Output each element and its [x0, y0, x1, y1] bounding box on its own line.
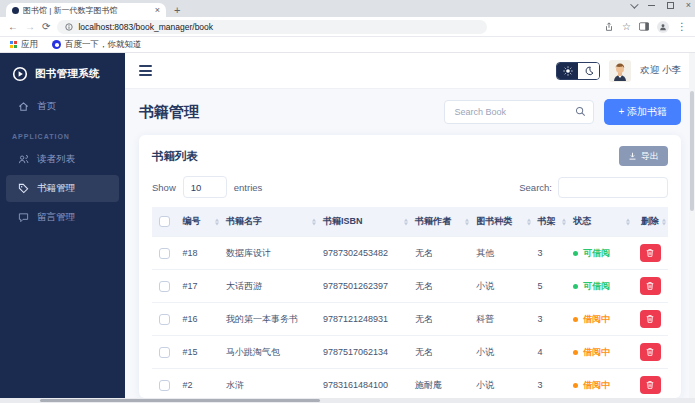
bookmark-baidu[interactable]: 百度一下，你就知道 [52, 39, 142, 51]
dark-mode-button[interactable] [578, 63, 599, 79]
search-book-wrap [444, 100, 594, 124]
column-header[interactable]: 书籍ISBN [318, 207, 410, 237]
bookmark-apps[interactable]: 应用 [10, 39, 38, 51]
row-checkbox[interactable] [159, 347, 170, 358]
horizontal-scrollbar-thumb[interactable] [40, 399, 320, 402]
browser-tab[interactable]: 图书馆 | 新一代数字图书馆 × [6, 3, 166, 17]
status-badge: 可借阅 [573, 247, 610, 260]
cell-book-name: 我的第一本事务书 [221, 303, 318, 336]
sidebar-item-home[interactable]: 首页 [6, 93, 119, 120]
search-icon[interactable] [575, 106, 586, 117]
vertical-scrollbar[interactable] [689, 53, 695, 398]
sidebar-item-readers[interactable]: 读者列表 [6, 146, 119, 173]
share-icon[interactable] [604, 22, 614, 32]
sort-icon[interactable] [562, 218, 566, 225]
baidu-favicon-icon [52, 40, 61, 49]
cell-book-isbn: 9783161484100 [318, 369, 410, 399]
sort-icon[interactable] [404, 218, 408, 225]
sort-icon[interactable] [312, 218, 316, 225]
page-size-value: 10 [191, 182, 202, 193]
delete-button[interactable] [640, 376, 661, 394]
light-mode-button[interactable] [557, 63, 578, 79]
search-book-input[interactable] [444, 100, 594, 124]
row-checkbox[interactable] [159, 281, 170, 292]
cell-book-author: 无名 [410, 270, 471, 303]
add-book-button[interactable]: + 添加书籍 [604, 99, 681, 125]
row-checkbox[interactable] [159, 380, 170, 391]
sidebar-item-books[interactable]: 书籍管理 [6, 175, 119, 202]
sort-icon[interactable] [626, 218, 630, 225]
vertical-scrollbar-thumb[interactable] [690, 91, 694, 211]
cell-book-shelf: 5 [533, 270, 569, 303]
users-icon [18, 154, 29, 165]
column-header[interactable]: 编号 [178, 207, 221, 237]
tab-close-icon[interactable]: × [155, 6, 160, 15]
row-check-cell [152, 237, 178, 270]
menu-toggle-icon[interactable] [139, 65, 152, 76]
browser-toolbar: ← → ⟳ localhost:8083/book_manager/book ☆… [0, 17, 695, 37]
cell-book-shelf: 3 [533, 369, 569, 399]
sort-icon[interactable] [527, 218, 531, 225]
column-header[interactable]: 图书种类 [471, 207, 532, 237]
sort-icon[interactable] [215, 218, 219, 225]
column-header[interactable]: 书籍作者 [410, 207, 471, 237]
url-text: localhost:8083/book_manager/book [78, 22, 213, 32]
table-search-label: Search: [519, 182, 552, 193]
cell-book-author: 施耐庵 [410, 369, 471, 399]
row-checkbox[interactable] [159, 314, 170, 325]
brand: 图书管理系统 [0, 53, 125, 92]
side-panel-icon[interactable] [639, 22, 649, 31]
sort-icon[interactable] [465, 218, 469, 225]
status-label: 借阅中 [583, 313, 610, 326]
window-minimize-button[interactable] [648, 5, 655, 6]
cell-book-isbn: 9787501262397 [318, 270, 410, 303]
delete-button[interactable] [640, 244, 661, 262]
tag-icon [18, 183, 29, 194]
new-tab-button[interactable]: + [174, 3, 180, 17]
row-checkbox[interactable] [159, 248, 170, 259]
delete-button[interactable] [640, 277, 661, 295]
delete-button[interactable] [640, 310, 661, 328]
profile-avatar-icon[interactable] [657, 21, 669, 33]
column-header-label: 书籍ISBN [323, 216, 363, 226]
window-maximize-button[interactable] [667, 2, 674, 9]
column-header-label: 删除 [641, 216, 659, 226]
column-header[interactable]: 书籍名字 [221, 207, 318, 237]
user-avatar[interactable] [609, 60, 631, 82]
forward-icon[interactable]: → [25, 22, 35, 32]
cell-book-category: 科普 [471, 303, 532, 336]
table-header-row: 编号书籍名字书籍ISBN书籍作者图书种类书架状态删除 [152, 207, 668, 237]
column-header[interactable]: 状态 [568, 207, 632, 237]
export-button[interactable]: 导出 [619, 146, 668, 166]
window-close-button[interactable]: × [686, 1, 691, 10]
cell-book-name: 马小跳淘气包 [221, 336, 318, 369]
status-label: 可借阅 [583, 247, 610, 260]
site-info-icon[interactable] [65, 23, 73, 31]
export-label: 导出 [641, 150, 659, 163]
status-dot-icon [573, 251, 578, 256]
table-row: #2 水浒 9783161484100 施耐庵 小说 3 借阅中 [152, 369, 668, 399]
select-all-checkbox[interactable] [159, 216, 170, 227]
page-size-select[interactable]: 10 [183, 176, 227, 198]
reload-icon[interactable]: ⟳ [42, 22, 50, 32]
cell-book-id: #17 [178, 270, 221, 303]
theme-toggle [556, 62, 600, 80]
back-icon[interactable]: ← [8, 22, 18, 32]
cell-book-name: 大话西游 [221, 270, 318, 303]
column-header-label: 书籍名字 [226, 216, 262, 226]
browser-menu-icon[interactable]: ⋮ [677, 22, 687, 32]
column-header[interactable]: 删除 [632, 207, 668, 237]
cell-book-category: 小说 [471, 270, 532, 303]
sort-icon[interactable] [662, 218, 666, 225]
cell-delete [632, 237, 668, 270]
bookmark-star-icon[interactable]: ☆ [622, 22, 631, 32]
app-topbar: 欢迎 小李 [125, 53, 695, 89]
column-header[interactable]: 书架 [533, 207, 569, 237]
sidebar-item-messages[interactable]: 留言管理 [6, 204, 119, 231]
delete-button[interactable] [640, 343, 661, 361]
horizontal-scrollbar[interactable] [0, 398, 695, 403]
home-icon [18, 101, 29, 112]
table-search-input[interactable] [558, 177, 668, 198]
tab-search-chevron-icon[interactable] [630, 0, 638, 8]
address-bar[interactable]: localhost:8083/book_manager/book [57, 20, 487, 34]
